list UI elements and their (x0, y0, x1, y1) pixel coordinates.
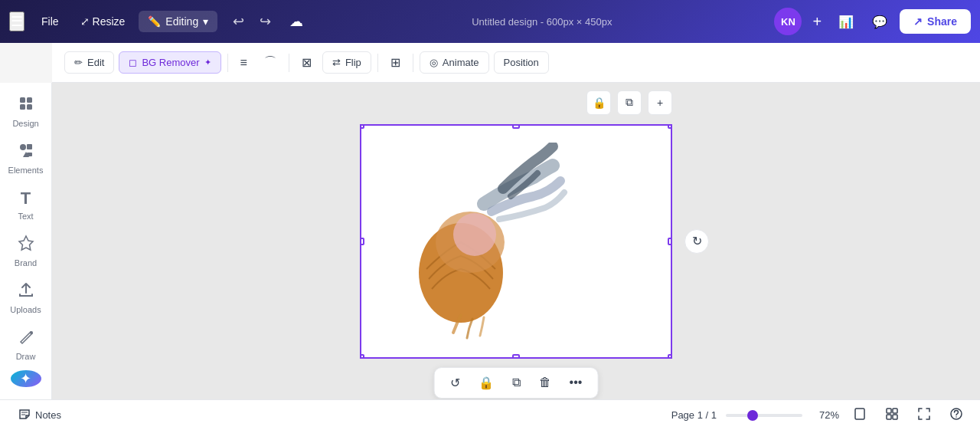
svg-point-8 (30, 331, 33, 334)
document-title: Untitled design - 600px × 450px (315, 16, 768, 28)
svg-rect-15 (887, 409, 891, 413)
editing-mode-button[interactable]: ✏️ Editing ▾ (139, 11, 217, 32)
animate-button[interactable]: ◎ Animate (420, 51, 489, 74)
secondary-toolbar: ✏ Edit ◻ BG Remover ✦ ≡ ⌒ ⊠ ⇄ Flip ⊞ ◎ A… (52, 43, 980, 83)
notes-button[interactable]: Notes (12, 405, 67, 425)
more-options-button[interactable]: ••• (567, 374, 586, 391)
svg-point-11 (453, 213, 496, 256)
handle-top-left[interactable] (360, 124, 364, 129)
sidebar-brand-label: Brand (15, 258, 37, 268)
divider-3 (377, 54, 378, 72)
uploads-icon (18, 281, 34, 302)
cloud-save-button[interactable]: ☁ (283, 10, 309, 33)
svg-rect-0 (20, 97, 25, 103)
sidebar-elements-label: Elements (8, 166, 44, 175)
canvas-area[interactable]: 🔒 ⧉ + (52, 83, 980, 399)
bg-remover-icon: ◻ (129, 57, 137, 68)
expand-canvas-button[interactable]: + (648, 90, 672, 115)
svg-rect-2 (20, 104, 25, 110)
edit-button[interactable]: ✏ Edit (64, 51, 114, 74)
sidebar-item-brand[interactable]: Brand (3, 228, 49, 274)
handle-bottom-right[interactable] (668, 354, 672, 359)
rotate-handle[interactable]: ↻ (684, 229, 709, 254)
crop-button[interactable]: ⊠ (296, 51, 318, 74)
invite-button[interactable]: + (808, 10, 826, 34)
lines-button[interactable]: ≡ (234, 51, 253, 74)
sidebar-item-draw[interactable]: Draw (3, 322, 49, 367)
duplicate-bottom-button[interactable]: ⧉ (509, 374, 524, 391)
animate-icon: ◎ (430, 57, 438, 68)
avatar[interactable]: KN (774, 8, 802, 35)
flip-button[interactable]: ⇄ Flip (322, 51, 371, 74)
hamburger-menu-button[interactable]: ☰ (9, 11, 24, 31)
single-page-view-button[interactable] (848, 404, 871, 427)
svg-rect-5 (27, 144, 32, 149)
svg-rect-18 (893, 415, 897, 419)
zoom-slider[interactable] (726, 414, 802, 417)
rotate-bottom-button[interactable]: ↺ (447, 374, 463, 392)
svg-rect-7 (27, 153, 32, 156)
handle-bottom-left[interactable] (360, 354, 364, 359)
chevron-down-icon: ▾ (203, 15, 208, 28)
edit-icon: ✏ (74, 57, 83, 68)
sidebar-uploads-label: Uploads (10, 305, 41, 314)
comments-button[interactable]: 💬 (866, 10, 893, 34)
canvas-wrapper: 🔒 ⧉ + (360, 124, 672, 359)
brand-icon (18, 235, 34, 255)
file-menu-button[interactable]: File (34, 11, 67, 32)
duplicate-canvas-button[interactable]: ⧉ (617, 90, 642, 115)
handle-middle-right[interactable] (668, 238, 672, 245)
sidebar-text-label: Text (18, 212, 33, 221)
sidebar-draw-label: Draw (16, 352, 36, 361)
share-button[interactable]: ↗ Share (900, 9, 971, 34)
zoom-slider-container (726, 414, 802, 417)
left-sidebar: Design Elements T Text Bran (0, 83, 52, 399)
handle-top-middle[interactable] (512, 124, 520, 129)
grid-view-button[interactable] (880, 404, 903, 427)
undo-button[interactable]: ↩ (227, 10, 250, 33)
canvas-top-toolbar: 🔒 ⧉ + (586, 90, 672, 115)
delete-bottom-button[interactable]: 🗑 (536, 374, 554, 391)
magic-button[interactable]: ✦ (11, 370, 41, 387)
sidebar-item-uploads[interactable]: Uploads (3, 275, 49, 320)
crown-icon: ✦ (204, 57, 211, 67)
svg-rect-14 (855, 409, 864, 419)
analytics-button[interactable]: 📊 (832, 10, 860, 34)
position-button[interactable]: Position (494, 51, 549, 74)
resize-button[interactable]: ⤢ Resize (73, 11, 133, 32)
handle-bottom-middle[interactable] (512, 354, 520, 359)
divider-4 (413, 54, 413, 72)
magic-icon: ✦ (20, 370, 31, 387)
sidebar-item-elements[interactable]: Elements (3, 136, 49, 181)
rotate-icon: ↻ (692, 234, 702, 248)
main-area: Design Elements T Text Bran (0, 83, 980, 399)
svg-point-20 (956, 416, 957, 418)
bg-remover-button[interactable]: ◻ BG Remover ✦ (119, 51, 220, 74)
handle-middle-left[interactable] (360, 238, 364, 245)
sidebar-item-text[interactable]: T Text (3, 182, 49, 227)
divider-2 (289, 54, 289, 72)
lock-canvas-button[interactable]: 🔒 (586, 90, 611, 115)
zoom-percentage: 72% (812, 409, 839, 421)
help-button[interactable] (945, 404, 968, 427)
notes-icon (18, 408, 31, 422)
svg-rect-3 (27, 104, 32, 110)
fullscreen-button[interactable] (913, 404, 936, 427)
round-corner-button[interactable]: ⌒ (258, 50, 283, 75)
text-icon: T (21, 189, 31, 208)
nav-right-actions: KN + 📊 💬 ↗ Share (774, 8, 971, 35)
pencil-icon: ✏️ (148, 15, 161, 28)
sidebar-item-design[interactable]: Design (3, 89, 49, 134)
status-bar: Notes Page 1 / 1 72% (0, 399, 980, 430)
svg-rect-1 (27, 97, 32, 103)
flip-icon: ⇄ (332, 57, 341, 68)
canvas-bottom-toolbar: ↺ 🔒 ⧉ 🗑 ••• (434, 367, 599, 399)
handle-top-right[interactable] (668, 124, 672, 129)
lock-bottom-button[interactable]: 🔒 (475, 374, 497, 392)
canvas-frame[interactable] (360, 124, 672, 359)
divider-1 (227, 54, 228, 72)
design-icon (18, 95, 34, 116)
redo-button[interactable]: ↪ (253, 10, 277, 33)
texture-button[interactable]: ⊞ (384, 51, 407, 74)
notes-label: Notes (35, 409, 61, 421)
